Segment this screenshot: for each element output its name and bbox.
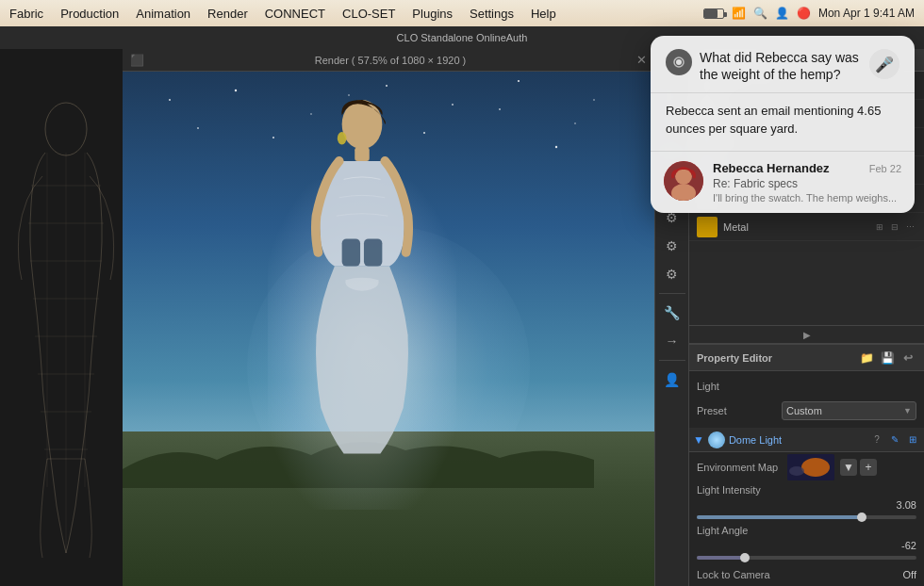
light-preset-section: Light Preset Custom ▼ [689,371,924,428]
menu-connect[interactable]: CONNECT [265,7,325,21]
expand-icon[interactable]: → [659,328,685,354]
email-date: Feb 22 [869,163,901,174]
obj-grid-icon-5[interactable]: ⊟ [888,220,901,234]
obj-plus-icon-5[interactable]: ⊞ [873,220,886,234]
env-thumbnail [787,454,834,480]
avatar-image [664,161,703,201]
env-add-icon[interactable]: ▼ [840,459,857,476]
wireframe-svg [14,91,118,562]
email-preview: I'll bring the swatch. The hemp weighs..… [713,192,901,203]
svg-point-13 [169,99,171,101]
search-icon[interactable]: 🔍 [753,7,767,20]
menu-production[interactable]: Production [60,7,119,21]
datetime: Mon Apr 1 9:41 AM [818,7,915,20]
email-notification[interactable]: Rebecca Hernandez Feb 22 Re: Fabric spec… [651,152,915,213]
figure-container [277,97,447,509]
email-content: Rebecca Hernandez Feb 22 Re: Fabric spec… [713,161,901,203]
dome-light-actions: ? ✎ ⊞ [869,432,920,448]
property-editor-header: Property Editor 📁 💾 ↩ [689,345,924,371]
env-plus-icon[interactable]: + [860,459,877,476]
light-label: Light [697,381,782,392]
battery-icon [703,8,724,19]
svg-point-0 [45,103,87,155]
siri-wave-icon [666,49,692,75]
settings-icon[interactable]: ⚙ [659,233,685,259]
toolbar-sep-3 [659,360,685,361]
property-editor-title: Property Editor [697,352,772,364]
svg-rect-28 [355,148,370,162]
intensity-label: Light Intensity [697,484,761,496]
render-close[interactable]: ✕ [636,53,647,67]
settings2-icon[interactable]: ⚙ [659,261,685,287]
lock-label: Lock to Camera [697,569,898,580]
user-icon: 👤 [775,7,789,20]
object-thumb-5 [697,217,718,237]
menu-animation[interactable]: Animation [136,7,190,21]
menu-bar[interactable]: Fabric Production Animation Render CONNE… [9,7,556,21]
obj-more-icon-5[interactable]: ⋯ [903,220,916,234]
avatar-icon: 🔴 [797,7,811,20]
preset-dropdown[interactable]: Custom ▼ [782,401,916,420]
wireframe-mannequin [14,91,108,544]
object-name-5: Metal [723,221,867,233]
tools-icon[interactable]: 🔧 [659,300,685,326]
object-item-metal[interactable]: Metal ⊞ ⊟ ⋯ [689,213,924,241]
menu-fabric[interactable]: Fabric [9,7,43,21]
dl-more-icon[interactable]: ⊞ [905,432,920,448]
menu-render[interactable]: Render [207,7,248,21]
lock-value: Off [903,569,916,580]
siri-mic-button[interactable]: 🎤 [869,49,899,79]
preset-row: Preset Custom ▼ [697,399,916,422]
angle-thumb[interactable] [740,553,750,562]
siri-question-text: What did Rebecca say was the weight of t… [700,49,862,83]
property-editor-actions: 📁 💾 ↩ [858,350,916,366]
intensity-thumb[interactable] [857,513,866,522]
dl-edit-icon[interactable]: ✎ [887,432,902,448]
dome-light-sphere-icon [708,431,725,448]
svg-point-26 [593,99,595,101]
svg-point-22 [348,94,350,96]
svg-rect-29 [341,239,359,267]
email-subject: Re: Fabric specs [713,177,901,190]
email-header-row: Rebecca Hernandez Feb 22 [713,161,901,175]
intensity-slider[interactable] [697,515,916,519]
dl-help-icon[interactable]: ? [869,432,884,448]
sender-avatar [664,161,703,201]
load-icon[interactable]: 📁 [858,350,875,366]
menu-settings[interactable]: Settings [470,7,514,21]
menu-closet[interactable]: CLO-SET [342,7,395,21]
expand-arrow-icon[interactable]: ▶ [803,330,811,340]
save-icon[interactable]: 💾 [879,350,896,366]
angle-slider[interactable] [697,556,916,560]
wifi-icon: 📶 [732,7,746,20]
lock-camera-row: Lock to Camera Off [689,563,924,586]
svg-point-35 [789,466,804,476]
dropdown-arrow-icon: ▼ [903,406,912,415]
dome-light-row[interactable]: ▼ Dome Light ? ✎ ⊞ [689,428,924,452]
render-icon: ⬛ [130,54,144,67]
svg-point-21 [272,137,274,138]
title-bar-right: 📶 🔍 👤 🔴 Mon Apr 1 9:41 AM [703,7,915,20]
angle-section: Light Angle -62 [689,523,924,563]
siri-popup: What did Rebecca say was the weight of t… [651,36,915,213]
svg-point-17 [452,104,454,106]
avatar2-icon[interactable]: 👤 [659,366,685,393]
email-sender: Rebecca Hernandez [713,161,830,175]
preset-label: Preset [697,405,782,416]
env-map-label: Environment Map [697,462,782,473]
intensity-section: Light Intensity 3.08 [689,482,924,523]
dome-light-toggle[interactable]: ▼ [693,433,704,447]
expand-section[interactable]: ▶ [689,325,924,344]
undo-icon[interactable]: ↩ [899,350,916,366]
render-label: Render ( 57.5% of 1080 × 1920 ) [315,55,467,66]
intensity-fill [697,515,862,519]
menu-help[interactable]: Help [531,7,556,21]
render-viewport [123,72,654,586]
env-actions: ▼ + [840,459,877,476]
light-row: Light [697,375,916,398]
menu-plugins[interactable]: Plugins [412,7,453,21]
render-header: ⬛ Render ( 57.5% of 1080 × 1920 ) ✕ [123,49,654,72]
svg-point-14 [235,90,237,91]
svg-point-20 [197,127,199,129]
angle-fill [697,556,745,560]
